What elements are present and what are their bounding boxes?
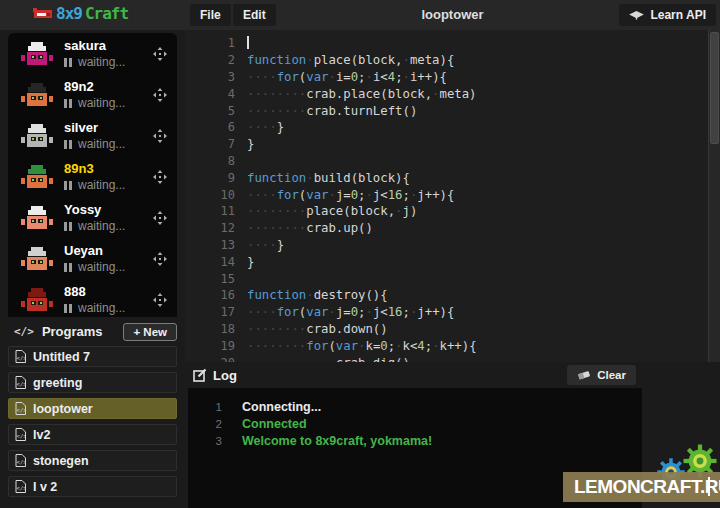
log-title: Log (213, 368, 237, 383)
log-entry: 3 Welcome to 8x9craft, yokmama! (188, 432, 642, 449)
player-row[interactable]: Ueyan waiting... (8, 238, 177, 279)
code-file-icon: </> (15, 402, 26, 415)
program-name: l v 2 (33, 480, 57, 494)
code-line: 17 ····for(var·j=0;·j<16;·j++){ (185, 304, 720, 321)
code-line: 7 } (185, 136, 720, 153)
move-cross-icon[interactable] (153, 170, 167, 184)
code-text: function·place(block,·meta){ (247, 53, 454, 67)
player-list: sakura waiting... (8, 33, 177, 317)
player-status: waiting... (64, 260, 125, 274)
learn-api-button[interactable]: Learn API (619, 4, 716, 26)
code-text: function·destroy(){ (247, 288, 388, 302)
player-row[interactable]: 89n3 waiting... (8, 156, 177, 197)
move-cross-icon[interactable] (153, 211, 167, 225)
player-name: silver (64, 121, 125, 135)
move-cross-icon[interactable] (153, 252, 167, 266)
line-number: 9 (185, 171, 235, 185)
svg-text:</>: </> (17, 485, 26, 491)
svg-text:</>: </> (17, 407, 26, 413)
code-line: 18 ········crab.down() (185, 321, 720, 338)
program-item[interactable]: </> l v 2 (8, 476, 177, 497)
pause-icon (64, 301, 74, 315)
player-status: waiting... (64, 178, 125, 192)
program-item[interactable]: </> stonegen (8, 450, 177, 471)
scrollbar-thumb[interactable] (710, 32, 719, 144)
move-cross-icon[interactable] (153, 129, 167, 143)
player-row[interactable]: sakura waiting... (8, 33, 177, 74)
player-info: Yossy waiting... (64, 203, 125, 233)
code-text: } (247, 255, 254, 269)
code-line: 2 function·place(block,·meta){ (185, 52, 720, 69)
crab-avatar (21, 42, 53, 65)
player-row[interactable]: 89n2 waiting... (8, 74, 177, 115)
file-menu-button[interactable]: File (190, 4, 231, 26)
move-cross-icon[interactable] (153, 47, 167, 61)
crab-avatar (21, 206, 53, 229)
line-number: 11 (185, 204, 235, 218)
log-line-number: 1 (188, 401, 222, 413)
code-text (247, 36, 249, 50)
code-text: ········crab.up() (247, 221, 373, 235)
code-line: 8 (185, 153, 720, 170)
code-text: ········for(var·k=0;·k<4;·k++){ (247, 339, 477, 353)
graduation-cap-icon (629, 10, 644, 21)
crab-avatar (21, 288, 53, 311)
line-number: 10 (185, 188, 235, 202)
watermark-text: LEMONCRAFT.RU (563, 476, 720, 498)
program-name: looptower (33, 402, 93, 416)
clear-log-button[interactable]: Clear (567, 365, 636, 385)
line-number: 17 (185, 305, 235, 319)
log-entry: 2 Connected (188, 415, 642, 432)
move-cross-icon[interactable] (153, 88, 167, 102)
sidebar: sakura waiting... (0, 30, 185, 508)
player-row[interactable]: 888 waiting... (8, 279, 177, 317)
player-info: Ueyan waiting... (64, 244, 125, 274)
line-number: 3 (185, 70, 235, 84)
line-number: 18 (185, 322, 235, 336)
crab-avatar (21, 165, 53, 188)
lemoncraft-watermark: LEMONCRAFT.RU (563, 472, 720, 502)
program-item[interactable]: </> greeting (8, 372, 177, 393)
code-line: 16 function·destroy(){ (185, 287, 720, 304)
program-item[interactable]: </> lv2 (8, 424, 177, 445)
move-cross-icon[interactable] (153, 293, 167, 307)
watermark-caret (708, 477, 710, 496)
log-entry: 1 Connecting... (188, 398, 642, 415)
program-name: stonegen (33, 454, 89, 468)
player-status: waiting... (64, 55, 125, 69)
player-status-text: waiting... (78, 55, 125, 69)
text-cursor (247, 36, 249, 49)
pause-icon (64, 178, 74, 192)
code-text: ········crab.place(block,·meta) (247, 87, 477, 101)
pencil-square-icon (193, 368, 207, 382)
player-name: 89n2 (64, 80, 125, 94)
player-row[interactable]: Yossy waiting... (8, 197, 177, 238)
pause-icon (64, 219, 74, 233)
editor-scrollbar[interactable] (708, 30, 720, 362)
code-text: ········crab.turnLeft() (247, 104, 417, 118)
code-line: 9 function·build(block){ (185, 169, 720, 186)
program-item[interactable]: </> looptower (8, 398, 177, 419)
player-status: waiting... (64, 96, 125, 110)
player-status-text: waiting... (78, 260, 125, 274)
code-text: ········place(block,·j) (247, 204, 417, 218)
program-name: Untitled 7 (33, 350, 90, 364)
log-message: Welcome to 8x9craft, yokmama! (242, 434, 432, 448)
code-text: } (247, 137, 254, 151)
line-number: 5 (185, 104, 235, 118)
log-header: Log Clear (185, 362, 720, 388)
code-file-icon: </> (15, 454, 26, 467)
edit-menu-button[interactable]: Edit (233, 4, 276, 26)
pause-icon (64, 137, 74, 151)
svg-text:</>: </> (17, 381, 26, 387)
new-program-button[interactable]: + New (123, 323, 177, 341)
pause-icon (64, 96, 74, 110)
code-editor[interactable]: 1 2 function·place(block,·meta){ 3 ····f… (185, 30, 720, 362)
svg-text:</>: </> (17, 459, 26, 465)
player-name: Ueyan (64, 244, 125, 258)
player-status: waiting... (64, 219, 125, 233)
program-item[interactable]: </> Untitled 7 (8, 346, 177, 367)
player-row[interactable]: silver waiting... (8, 115, 177, 156)
code-brackets-icon: </> (14, 325, 34, 338)
code-line: 13 ····} (185, 237, 720, 254)
